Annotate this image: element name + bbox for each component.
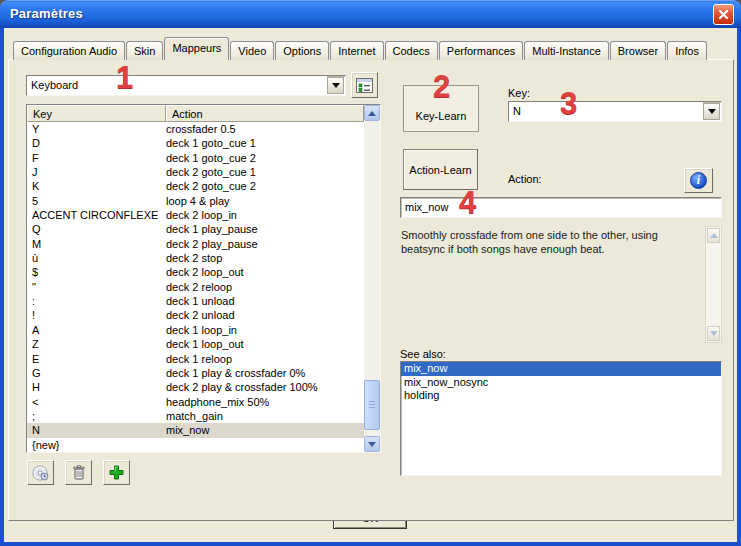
disc-icon [32, 465, 49, 481]
action-cell: match_gain [166, 409, 364, 423]
table-row[interactable]: {new} [27, 438, 364, 452]
mapper-properties-button[interactable] [351, 72, 378, 98]
action-info-button[interactable]: i [684, 168, 713, 193]
table-row[interactable]: Gdeck 1 play & crossfader 0% [27, 366, 364, 380]
key-cell: Y [27, 122, 166, 136]
action-cell: loop 4 & play [166, 194, 364, 208]
table-row[interactable]: !deck 2 unload [27, 308, 364, 322]
see-also-list: mix_nowmix_now_nosyncholding [400, 361, 722, 476]
table-row[interactable]: Jdeck 2 goto_cue 1 [27, 165, 364, 179]
action-cell: deck 2 play & crossfader 100% [166, 380, 364, 394]
see-also-item[interactable]: mix_now [401, 362, 721, 376]
scroll-up-button[interactable] [364, 105, 380, 121]
chevron-up-icon [368, 111, 376, 116]
tab-internet[interactable]: Internet [330, 41, 383, 60]
table-row[interactable]: Edeck 1 reloop [27, 352, 364, 366]
scroll-down-button[interactable] [707, 326, 720, 341]
key-cell: N [27, 423, 166, 437]
device-select-value: Keyboard [27, 76, 327, 95]
column-header-key[interactable]: Key [27, 105, 166, 122]
restore-default-button[interactable] [27, 460, 54, 485]
see-also-item[interactable]: mix_now_nosync [401, 376, 721, 390]
table-row[interactable]: :deck 1 unload [27, 294, 364, 308]
key-cell: ù [27, 251, 166, 265]
table-row[interactable]: 5loop 4 & play [27, 194, 364, 208]
table-row[interactable]: Mdeck 2 play_pause [27, 237, 364, 251]
table-row[interactable]: Ycrossfader 0.5 [27, 122, 364, 136]
key-select-value: N [509, 102, 703, 121]
tab-skin[interactable]: Skin [126, 41, 163, 60]
window-title: Paramètres [10, 6, 83, 21]
key-cell: $ [27, 265, 166, 279]
action-cell: mix_now [166, 423, 364, 437]
table-row[interactable]: Kdeck 2 goto_cue 2 [27, 179, 364, 193]
table-row[interactable]: Fdeck 1 goto_cue 2 [27, 151, 364, 165]
table-row[interactable]: Hdeck 2 play & crossfader 100% [27, 380, 364, 394]
device-select-arrow[interactable] [327, 77, 344, 94]
table-row[interactable]: $deck 2 loop_out [27, 265, 364, 279]
key-cell: F [27, 151, 166, 165]
key-mapping-table: Key Action Ycrossfader 0.5Ddeck 1 goto_c… [26, 104, 381, 453]
action-cell: deck 2 loop_out [166, 265, 364, 279]
tab-codecs[interactable]: Codecs [385, 41, 438, 60]
annotation-2: 2 [433, 69, 450, 105]
titlebar[interactable]: Paramètres [0, 0, 741, 28]
tab-infos[interactable]: Infos [667, 41, 707, 60]
action-description: Smoothly crossfade from one side to the … [400, 226, 722, 343]
table-row[interactable]: "deck 2 reloop [27, 280, 364, 294]
tab-multi-instance[interactable]: Multi-Instance [524, 41, 608, 60]
table-row[interactable]: ;match_gain [27, 409, 364, 423]
table-row[interactable]: ACCENT CIRCONFLEXEdeck 2 loop_in [27, 208, 364, 222]
key-cell: M [27, 237, 166, 251]
key-cell: " [27, 280, 166, 294]
description-scrollbar[interactable] [705, 226, 722, 343]
key-cell: J [27, 165, 166, 179]
tab-video[interactable]: Video [230, 41, 274, 60]
add-mapping-button[interactable] [103, 460, 130, 485]
action-cell: deck 1 loop_in [166, 323, 364, 337]
table-scrollbar[interactable] [364, 105, 380, 452]
table-row[interactable]: Nmix_now [27, 423, 364, 437]
key-label: Key: [508, 87, 530, 99]
table-row[interactable]: ùdeck 2 stop [27, 251, 364, 265]
action-cell: deck 2 unload [166, 308, 364, 322]
annotation-4: 4 [459, 185, 476, 221]
action-learn-button[interactable]: Action-Learn [403, 149, 478, 190]
tab-options[interactable]: Options [275, 41, 329, 60]
key-select[interactable]: N [508, 101, 722, 122]
tab-browser[interactable]: Browser [610, 41, 666, 60]
tab-performances[interactable]: Performances [439, 41, 523, 60]
key-cell: < [27, 395, 166, 409]
scroll-up-button[interactable] [707, 228, 720, 243]
see-also-item[interactable]: holding [401, 389, 721, 403]
tab-mappeurs[interactable]: Mappeurs [164, 37, 229, 60]
chevron-down-icon [368, 442, 376, 447]
key-mapping-rows: Ycrossfader 0.5Ddeck 1 goto_cue 1Fdeck 1… [27, 122, 364, 452]
tab-configuration-audio[interactable]: Configuration Audio [13, 41, 125, 60]
delete-mapping-button[interactable] [65, 460, 92, 485]
column-header-action[interactable]: Action [166, 105, 364, 122]
key-cell: ; [27, 409, 166, 423]
table-row[interactable]: Adeck 1 loop_in [27, 323, 364, 337]
key-cell: D [27, 136, 166, 150]
close-button[interactable] [713, 4, 734, 25]
action-cell: deck 1 unload [166, 294, 364, 308]
annotation-3: 3 [560, 86, 577, 122]
action-description-text: Smoothly crossfade from one side to the … [401, 228, 698, 256]
table-row[interactable]: Ddeck 1 goto_cue 1 [27, 136, 364, 150]
action-cell: crossfader 0.5 [166, 122, 364, 136]
scrollbar-thumb[interactable] [364, 380, 380, 430]
scroll-down-button[interactable] [364, 436, 380, 452]
action-cell: deck 1 play_pause [166, 222, 364, 236]
key-cell: 5 [27, 194, 166, 208]
key-cell: E [27, 352, 166, 366]
action-input[interactable]: mix_now [400, 197, 722, 218]
device-select[interactable]: Keyboard [26, 75, 346, 96]
mapping-edit-toolbar [27, 460, 130, 485]
table-row[interactable]: Zdeck 1 loop_out [27, 337, 364, 351]
key-select-arrow[interactable] [703, 103, 720, 120]
table-row[interactable]: Qdeck 1 play_pause [27, 222, 364, 236]
key-cell: {new} [27, 438, 166, 452]
action-cell: deck 1 goto_cue 2 [166, 151, 364, 165]
table-row[interactable]: <headphone_mix 50% [27, 395, 364, 409]
